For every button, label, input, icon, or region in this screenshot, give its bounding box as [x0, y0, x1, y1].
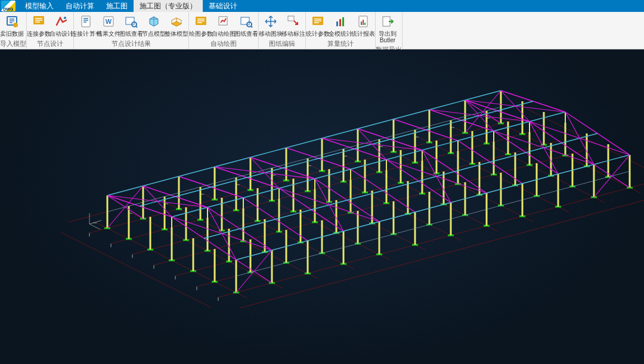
- svg-rect-140: [329, 169, 330, 202]
- btn-label: 连接参数: [27, 30, 51, 36]
- btn-label: 统计参数: [306, 30, 330, 36]
- ribbon-group-title: 算量统计: [306, 39, 375, 49]
- svg-rect-180: [414, 130, 416, 163]
- btn-label: 图纸查看: [119, 30, 143, 36]
- svg-line-277: [394, 110, 429, 119]
- svg-line-332: [394, 126, 429, 136]
- svg-line-279: [465, 91, 501, 100]
- svg-line-271: [179, 167, 215, 176]
- btn-label: 移动标注: [281, 30, 305, 36]
- svg-rect-226: [565, 123, 566, 155]
- ribbon-group-title: 自动绘图: [189, 39, 258, 49]
- btn-move-label[interactable]: 移动标注: [282, 13, 305, 38]
- btn-result-file[interactable]: W 结果文件: [97, 13, 120, 38]
- btn-export-butler[interactable]: 导出到 Butler: [376, 13, 399, 45]
- ribbon-group-drawing-edit: 移动图块 移动标注 图纸编辑: [259, 12, 306, 49]
- menu-construction-drawing-pro[interactable]: 施工图（专业版）: [134, 0, 203, 12]
- btn-stat-params[interactable]: 统计参数: [306, 13, 329, 38]
- svg-line-290: [594, 155, 630, 164]
- svg-rect-224: [543, 112, 545, 145]
- svg-rect-102: [264, 219, 266, 252]
- btn-label: 节点模型: [142, 30, 166, 36]
- result-file-icon: W: [101, 14, 116, 29]
- btn-auto-design[interactable]: 自动设计: [50, 13, 73, 38]
- stat-report-icon: [355, 14, 371, 29]
- svg-rect-86: [207, 218, 209, 251]
- btn-label: 结果文件: [97, 30, 120, 36]
- svg-rect-158: [407, 181, 409, 214]
- btn-label: 全模统计: [329, 30, 352, 36]
- svg-rect-170: [422, 161, 423, 194]
- svg-line-369: [236, 260, 272, 283]
- svg-rect-208: [486, 111, 488, 144]
- btn-move-block[interactable]: 移动图块: [259, 13, 282, 38]
- btn-label: 移动图块: [259, 30, 283, 36]
- menu-foundation-design[interactable]: 基础设计: [203, 0, 243, 12]
- svg-rect-82: [164, 197, 166, 229]
- btn-full-stat[interactable]: 全模统计: [329, 13, 352, 38]
- btn-label: 绘图参数: [189, 30, 213, 36]
- btn-whole-model[interactable]: 整体模型: [165, 13, 188, 38]
- svg-line-333: [429, 117, 465, 126]
- btn-stat-report[interactable]: 统计报表: [352, 13, 374, 38]
- auto-design-icon: [54, 14, 69, 29]
- svg-line-278: [429, 100, 465, 110]
- svg-rect-124: [271, 168, 273, 201]
- svg-line-276: [358, 119, 394, 129]
- svg-rect-20: [363, 20, 364, 25]
- svg-rect-212: [529, 132, 531, 165]
- svg-rect-96: [200, 187, 202, 220]
- btn-label: 卖旧数据: [0, 30, 24, 36]
- btn-label: 统计报表: [351, 30, 375, 36]
- btn-import-data[interactable]: 卖旧数据: [1, 13, 23, 38]
- btn-label: 图纸查看: [234, 30, 258, 36]
- btn-drawing-view2[interactable]: 图纸查看: [235, 13, 258, 38]
- svg-line-374: [89, 224, 100, 229]
- svg-line-329: [286, 155, 322, 164]
- svg-rect-182: [436, 141, 438, 173]
- svg-rect-128: [314, 189, 316, 222]
- svg-line-281: [272, 241, 308, 250]
- svg-line-325: [143, 193, 179, 203]
- menu-model-input[interactable]: 模型输入: [19, 0, 60, 12]
- svg-rect-200: [515, 153, 516, 185]
- svg-rect-17: [342, 17, 344, 26]
- svg-line-375: [89, 220, 101, 224]
- svg-rect-210: [507, 122, 509, 154]
- svg-rect-100: [243, 209, 244, 241]
- svg-rect-13: [288, 16, 294, 21]
- move-block-icon: [263, 14, 278, 29]
- svg-rect-116: [300, 210, 302, 242]
- svg-rect-112: [257, 188, 259, 221]
- btn-node-model[interactable]: 节点模型: [143, 13, 165, 38]
- btn-link-params[interactable]: 连接参数: [27, 13, 50, 38]
- btn-calc-sheet[interactable]: 连接计算书: [75, 13, 97, 38]
- svg-line-330: [322, 145, 358, 155]
- svg-line-283: [343, 222, 379, 231]
- btn-draw-params[interactable]: 绘图参数: [190, 13, 212, 38]
- btn-drawing-view[interactable]: 图纸查看: [120, 13, 143, 38]
- svg-line-326: [179, 183, 215, 193]
- svg-line-342: [487, 200, 522, 210]
- btn-auto-draw[interactable]: 自动绘图: [212, 13, 235, 38]
- btn-label: 整体模型: [165, 30, 188, 36]
- svg-line-275: [322, 129, 358, 138]
- svg-line-38: [89, 119, 519, 233]
- svg-rect-98: [221, 198, 223, 231]
- svg-line-339: [379, 229, 415, 238]
- model-viewport-3d[interactable]: [0, 49, 644, 364]
- ribbon-group-node-design: 连接参数 自动设计 节点设计: [27, 12, 74, 49]
- svg-line-273: [250, 148, 286, 157]
- menu-auto-calc[interactable]: 自动计算: [60, 0, 100, 12]
- menu-construction-drawing[interactable]: 施工图: [100, 0, 134, 12]
- ribbon-group-export: 导出到 Butler 数据导出: [376, 12, 402, 49]
- svg-line-270: [143, 176, 179, 186]
- btn-label: 导出到 Butler: [377, 30, 399, 43]
- svg-line-301: [530, 112, 565, 122]
- app-logo-icon: DWG: [1, 1, 16, 11]
- svg-rect-84: [185, 207, 187, 240]
- svg-rect-196: [472, 131, 473, 164]
- move-label-icon: [286, 14, 301, 29]
- svg-point-3: [64, 17, 66, 19]
- svg-rect-168: [400, 150, 402, 183]
